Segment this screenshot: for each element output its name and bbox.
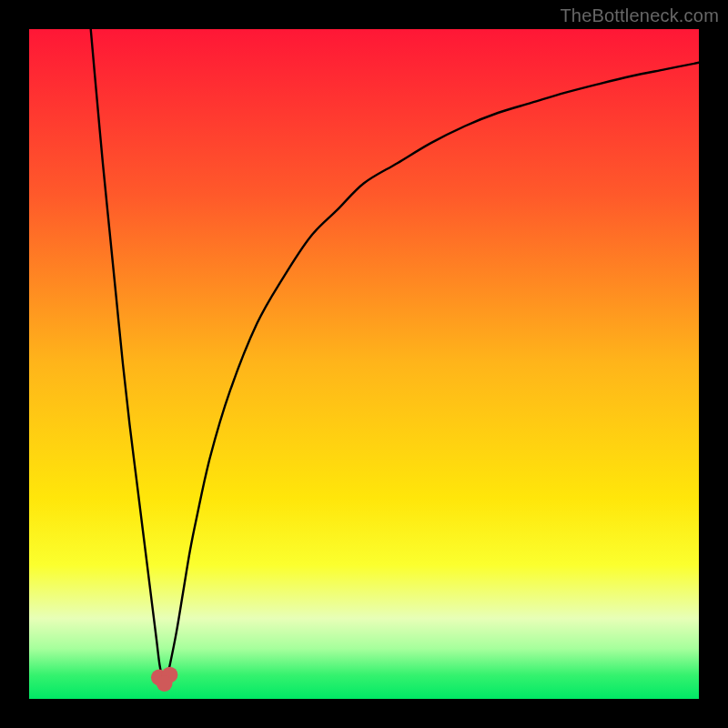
curve-min-markers xyxy=(151,667,177,692)
min-marker-base xyxy=(157,675,173,692)
bottleneck-curve xyxy=(91,29,699,681)
curve-layer xyxy=(29,29,699,699)
chart-frame: TheBottleneck.com xyxy=(0,0,728,728)
watermark-text: TheBottleneck.com xyxy=(560,5,719,26)
plot-area xyxy=(29,29,699,699)
